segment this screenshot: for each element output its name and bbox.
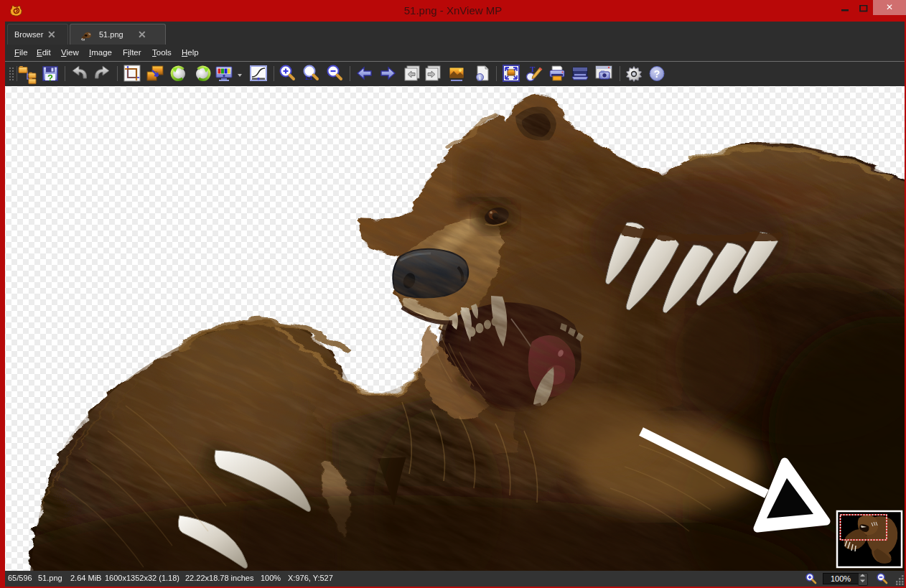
svg-text:1:1: 1:1 [305, 75, 312, 80]
svg-text:T: T [530, 65, 536, 73]
svg-text:?: ? [47, 73, 53, 83]
svg-text:?: ? [654, 68, 660, 80]
